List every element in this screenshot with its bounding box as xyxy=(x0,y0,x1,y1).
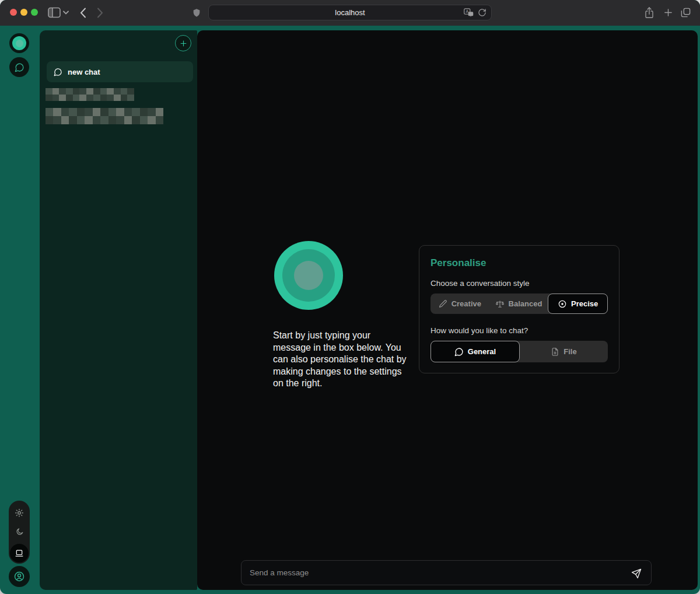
browser-window: localhost A xyxy=(0,0,700,594)
new-chat-label: new chat xyxy=(68,68,100,76)
rail-chats-button[interactable] xyxy=(9,57,29,77)
share-icon[interactable] xyxy=(644,6,654,19)
message-input[interactable] xyxy=(242,561,651,585)
new-chat-plus-button[interactable] xyxy=(175,35,191,51)
laptop-icon xyxy=(15,549,24,558)
mode-option-general[interactable]: General xyxy=(430,341,520,362)
address-bar[interactable]: localhost A xyxy=(208,5,492,20)
profile-button[interactable] xyxy=(9,566,30,587)
privacy-shield-icon[interactable] xyxy=(192,7,201,19)
personalise-card: Personalise Choose a conversation style … xyxy=(419,245,620,373)
close-window-button[interactable] xyxy=(10,9,17,16)
style-option-precise[interactable]: Precise xyxy=(548,293,608,314)
app-logo-icon xyxy=(12,36,26,50)
address-text: localhost xyxy=(335,8,365,17)
minimize-window-button[interactable] xyxy=(20,9,27,16)
browser-toolbar: localhost A xyxy=(0,0,700,26)
reload-icon[interactable] xyxy=(478,8,487,17)
style-question: Choose a conversation style xyxy=(430,279,608,288)
pencil-icon xyxy=(439,299,447,308)
personalise-title: Personalise xyxy=(430,257,608,269)
chat-bubble-icon xyxy=(54,68,62,76)
chat-history-item-redacted[interactable] xyxy=(46,108,163,124)
theme-switcher xyxy=(9,501,30,564)
app-rail xyxy=(0,26,38,594)
chat-sidebar: new chat xyxy=(40,30,197,590)
chevron-down-icon[interactable] xyxy=(63,11,69,15)
send-button[interactable] xyxy=(631,567,645,581)
system-theme-button[interactable] xyxy=(10,544,29,562)
app-logo-large xyxy=(274,241,343,310)
conversation-style-control: Creative Balanced Precise xyxy=(430,293,608,314)
target-icon xyxy=(558,299,567,309)
message-composer xyxy=(241,560,652,585)
chat-bubble-icon xyxy=(454,347,464,357)
intro-text: Start by just typing your message in the… xyxy=(273,330,410,390)
moon-icon xyxy=(15,527,24,536)
light-theme-button[interactable] xyxy=(11,506,27,520)
file-icon xyxy=(551,347,559,357)
translate-icon[interactable]: A xyxy=(464,8,474,17)
dark-theme-button[interactable] xyxy=(11,525,27,539)
forward-icon[interactable] xyxy=(97,8,103,18)
chat-main-panel: Start by just typing your message in the… xyxy=(197,30,698,590)
style-option-creative[interactable]: Creative xyxy=(430,293,489,314)
paper-plane-icon xyxy=(631,568,642,579)
back-icon[interactable] xyxy=(80,8,86,18)
mode-option-file[interactable]: File xyxy=(520,341,608,362)
new-tab-icon[interactable] xyxy=(663,8,673,18)
plus-icon xyxy=(180,40,187,47)
sun-icon xyxy=(15,508,24,518)
chat-bubble-icon xyxy=(15,62,24,72)
sidebar-toggle-icon[interactable] xyxy=(48,7,61,18)
chat-history-item-redacted[interactable] xyxy=(46,88,134,101)
zoom-window-button[interactable] xyxy=(31,9,38,16)
mode-question: How would you like to chat? xyxy=(430,326,608,335)
style-option-balanced[interactable]: Balanced xyxy=(489,293,548,314)
chat-mode-control: General File xyxy=(430,341,608,362)
sidebar-item-new-chat[interactable]: new chat xyxy=(47,61,193,82)
tab-overview-icon[interactable] xyxy=(680,7,691,18)
app-logo-button[interactable] xyxy=(9,33,29,53)
user-circle-icon xyxy=(13,571,25,582)
scales-icon xyxy=(495,299,505,309)
svg-text:A: A xyxy=(466,9,468,13)
